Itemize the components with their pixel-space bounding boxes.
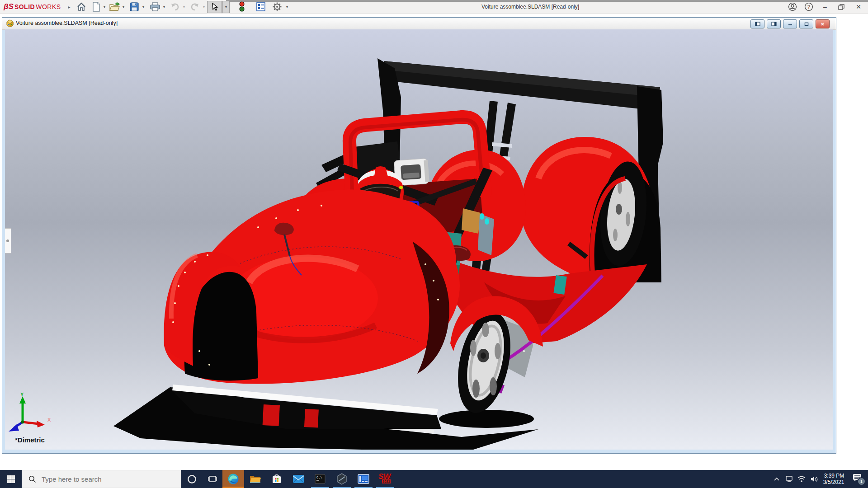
search-input[interactable] [41,475,174,483]
minimize-button[interactable]: – [818,1,832,13]
solidworks-logo-glyph: βS [4,2,14,11]
restore-icon [838,4,844,10]
tray-display-button[interactable] [783,470,795,488]
taskbar-app-edge[interactable] [222,470,244,488]
task-view-button[interactable] [203,470,222,488]
print-button[interactable] [148,1,162,13]
redo-button[interactable] [188,1,202,13]
save-dropdown[interactable]: ▾ [141,1,146,13]
action-center-button[interactable]: 1 [848,470,868,488]
new-document-dropdown[interactable]: ▾ [102,1,107,13]
taskbar-app-store[interactable] [266,470,288,488]
close-button[interactable]: ✕ [852,1,865,13]
home-icon [76,2,86,12]
car-model [5,29,833,450]
notification-badge: 1 [857,477,866,486]
feature-tree-splitter-handle[interactable] [5,228,11,253]
taskbar-search[interactable] [22,470,181,488]
undo-button[interactable] [168,1,182,13]
windows-taskbar: C:\ SW 2021 [0,470,868,488]
pane-left-icon [755,22,760,26]
taskbar-app-hexagon[interactable] [331,470,353,488]
doc-restore-button[interactable] [799,19,813,28]
view-orientation-label: *Dimetric [15,436,45,444]
graphics-viewport[interactable]: Y X *Dimetric [5,29,833,450]
tray-volume-button[interactable] [808,470,821,488]
account-button[interactable] [786,1,799,13]
taskbar-app-command-prompt[interactable]: C:\ [309,470,331,488]
triad-y-label: Y [20,392,24,397]
save-button[interactable] [127,1,141,13]
taskbar-app-file-explorer[interactable] [244,470,266,488]
tray-date: 3/5/2021 [823,479,844,485]
redo-dropdown[interactable]: ▾ [202,1,206,13]
taskbar-app-mail[interactable] [288,470,309,488]
undo-dropdown[interactable]: ▾ [182,1,186,13]
triad-x-label: X [47,417,51,422]
start-button[interactable] [0,470,22,488]
pane-right-button[interactable] [767,19,781,28]
print-dropdown[interactable]: ▾ [162,1,166,13]
document-title: Voiture assomblee.SLDASM [Read-only] [16,20,118,26]
select-tool-dropdown[interactable]: ▾ [222,1,230,13]
tray-wifi-button[interactable] [795,470,808,488]
file-explorer-icon [250,474,261,484]
options-dropdown[interactable]: ▾ [285,1,289,13]
tray-clock[interactable]: 3:39 PM 3/5/2021 [821,470,847,488]
pane-right-icon [771,22,777,26]
new-document-button[interactable] [90,1,102,13]
wifi-icon [797,476,806,482]
help-icon: ? [804,2,813,11]
taskbar-app-solidworks[interactable]: SW 2021 [374,470,396,488]
taskbar-app-media[interactable] [353,470,374,488]
search-icon [28,475,36,483]
display-icon [785,476,793,482]
pane-left-button[interactable] [750,19,764,28]
doc-close-button[interactable]: ✕ [816,19,830,28]
reference-triad: Y X [5,391,64,441]
cortana-button[interactable] [181,470,203,488]
store-icon [272,474,282,484]
task-view-icon [208,475,217,483]
menu-expand-arrow[interactable]: ▸ [68,5,71,9]
restore-button[interactable] [835,1,848,13]
select-tool-button[interactable] [207,1,222,13]
cortana-icon [187,474,197,484]
mail-icon [292,474,304,483]
undo-icon [170,2,180,11]
stoplight-icon [239,1,245,12]
doc-minimize-icon [788,22,793,26]
edge-icon [227,473,239,485]
print-icon [150,2,160,12]
save-icon [129,2,139,12]
doc-minimize-button[interactable] [783,19,797,28]
svg-text:?: ? [807,4,810,9]
splitter-grip-dot [6,239,9,242]
new-document-icon [92,2,101,12]
document-title-bar: Voiture assomblee.SLDASM [Read-only] ✕ [2,18,836,30]
component-properties-icon [256,2,266,12]
home-button[interactable] [75,1,88,13]
redo-icon [190,2,200,11]
open-dropdown[interactable]: ▾ [121,1,126,13]
stoplight-button[interactable] [236,1,248,13]
doc-restore-icon [804,22,809,26]
media-app-icon [358,474,369,484]
user-account-icon [788,2,797,11]
options-button[interactable] [270,1,284,13]
hexagon-app-icon [336,473,347,485]
windows-start-icon [7,475,15,483]
app-title: Voiture assomblee.SLDASM [Read-only] [481,4,579,10]
help-button[interactable]: ? [802,1,816,13]
open-button[interactable] [108,1,121,13]
tray-time: 3:39 PM [823,473,844,479]
svg-text:C:\: C:\ [316,476,322,479]
background-window-edge [226,0,868,2]
tray-expand-button[interactable] [771,470,783,488]
chevron-up-icon [774,477,779,481]
assembly-file-icon [6,19,14,28]
select-arrow-icon [210,3,218,12]
document-window: Voiture assomblee.SLDASM [Read-only] ✕ [2,17,836,454]
solidworks-logo: βS SOLIDWORKS ▸ [4,2,71,12]
component-properties-button[interactable] [254,1,268,13]
